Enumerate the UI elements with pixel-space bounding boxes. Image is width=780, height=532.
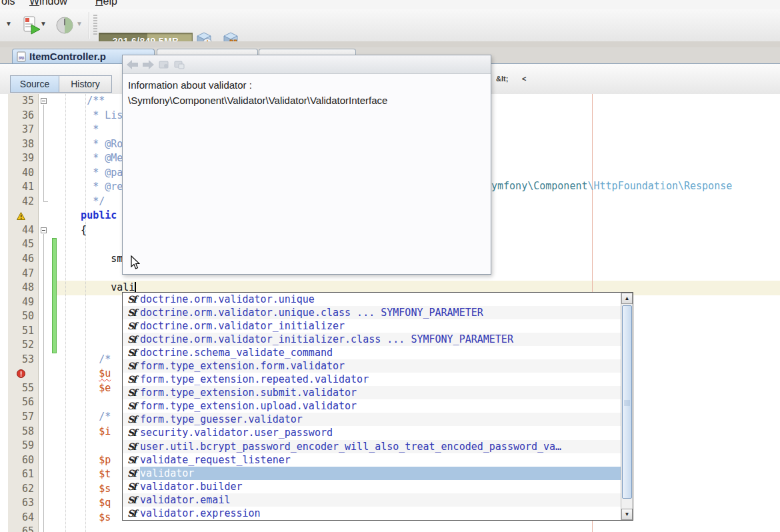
completion-item[interactable]: Sfdoctrine.orm.validator.unique.class ..… (123, 306, 621, 319)
completion-item-label: security.validator.user_password (140, 426, 621, 439)
line-number[interactable]: 49 (8, 295, 38, 310)
completion-item[interactable]: Sfdoctrine.schema_validate_command (123, 346, 621, 359)
warning-icon[interactable] (8, 209, 38, 223)
symfony-icon: Sf (123, 386, 140, 399)
error-icon[interactable] (8, 367, 38, 381)
line-number[interactable]: 45 (8, 237, 38, 252)
doc-popup: Information about validator : \Symfony\C… (122, 55, 491, 275)
scroll-thumb[interactable] (622, 305, 632, 499)
line-number[interactable]: 59 (8, 439, 38, 453)
line-number[interactable]: 61 (8, 467, 38, 482)
line-number[interactable]: 46 (8, 252, 38, 267)
menu-item-window[interactable]: Window (29, 0, 67, 7)
line-number[interactable]: 62 (8, 482, 38, 497)
completion-item-label: doctrine.schema_validate_command (140, 346, 621, 359)
menu-bar: olsWindowHelp (0, 0, 780, 9)
line-number[interactable]: 60 (8, 453, 38, 468)
symfony-icon: Sf (123, 453, 140, 467)
line-number[interactable]: 44 (8, 223, 38, 238)
line-number[interactable]: 50 (8, 309, 38, 324)
fold-toggle[interactable] (41, 98, 47, 104)
line-number[interactable]: 48 (8, 281, 38, 295)
menu-item-help[interactable]: Help (95, 0, 117, 7)
toolbar-dropdown-icon[interactable]: ▼ (5, 20, 12, 27)
completion-item-label: validate_request_listener (140, 453, 621, 467)
show-doc-icon[interactable] (159, 60, 169, 69)
code-line[interactable] (57, 525, 135, 532)
line-number[interactable]: 36 (8, 109, 38, 123)
completion-item[interactable]: Sfvalidator (123, 467, 621, 480)
line-number[interactable]: 58 (8, 425, 38, 439)
line-number[interactable]: 52 (8, 338, 38, 353)
completion-item[interactable]: Sfform.type_extension.upload.validator (123, 399, 621, 413)
symfony-icon: Sf (123, 373, 140, 386)
completion-item[interactable]: Sfdoctrine.orm.validator_initializer.cla… (123, 333, 621, 346)
completion-item[interactable]: Sfvalidator.expression (123, 507, 621, 520)
escape-chars-button[interactable]: &lt; (496, 75, 508, 83)
symfony-icon: Sf (123, 333, 140, 346)
completion-item[interactable]: Sfform.type_extension.submit.validator (123, 386, 621, 399)
completion-item[interactable]: Sfform.type_extension.repeated.validator (123, 373, 621, 386)
scroll-up-button[interactable]: ▲ (621, 293, 633, 304)
doc-popup-toolbar (123, 55, 491, 74)
lt-button[interactable]: < (522, 75, 526, 83)
symfony-icon: Sf (123, 493, 140, 507)
forward-icon[interactable] (143, 60, 154, 69)
fold-toggle[interactable] (41, 227, 47, 233)
completion-item[interactable]: Sfform.type_extension.form.validator (123, 359, 621, 373)
fold-guide-line (43, 234, 44, 532)
completion-item[interactable]: Sfvalidator.email (123, 493, 621, 507)
completion-scrollbar[interactable]: ▲ ▼ (621, 293, 633, 520)
run-file-icon[interactable] (22, 15, 42, 35)
completion-item-label: form.type_extension.repeated.validator (140, 373, 621, 386)
line-number[interactable]: 65 (8, 525, 38, 532)
completion-item-label: doctrine.orm.validator_initializer.class… (140, 333, 621, 346)
line-number[interactable]: 40 (8, 166, 38, 181)
line-number[interactable]: 42 (8, 195, 38, 209)
symfony-icon: Sf (123, 293, 140, 306)
line-number[interactable]: 63 (8, 496, 38, 511)
line-number[interactable]: 56 (8, 395, 38, 410)
profiler-gauge-icon[interactable] (55, 15, 75, 35)
menu-item-ols[interactable]: ols (1, 0, 15, 7)
external-browser-icon[interactable] (174, 60, 185, 69)
completion-item-label: doctrine.orm.validator_initializer (140, 319, 621, 333)
completion-item[interactable]: Sfvalidate_request_listener (123, 453, 621, 467)
completion-item[interactable]: Sfsecurity.validator.user_password (123, 426, 621, 439)
doc-popup-title: Information about validator : (128, 77, 485, 93)
line-number[interactable]: 38 (8, 137, 38, 152)
line-number[interactable]: 64 (8, 511, 38, 525)
completion-item[interactable]: Sfdoctrine.orm.validator_initializer (123, 319, 621, 333)
line-number[interactable]: 35 (8, 94, 38, 109)
svg-text:php: php (19, 55, 25, 59)
profiler-dropdown-icon[interactable]: ▼ (76, 20, 83, 27)
completion-item[interactable]: Sfdoctrine.orm.validator.unique (123, 293, 621, 306)
line-number[interactable]: 39 (8, 151, 38, 166)
line-number[interactable]: 41 (8, 180, 38, 195)
toolbar-separator (89, 12, 90, 39)
symfony-icon: Sf (123, 399, 140, 413)
symfony-icon: Sf (123, 306, 140, 319)
vcs-added-bar (52, 238, 57, 353)
fold-guide-line (43, 105, 44, 201)
completion-item[interactable]: Sfform.type_guesser.validator (123, 413, 621, 426)
toolbar-drag-handle[interactable] (93, 15, 97, 36)
line-number[interactable]: 55 (8, 381, 38, 396)
run-dropdown-icon[interactable]: ▼ (40, 20, 47, 27)
ide-window: olsWindowHelp ▼ ▼ ▼ 301.6/849.5MB (0, 0, 780, 532)
completion-list: Sfdoctrine.orm.validator.uniqueSfdoctrin… (123, 293, 621, 520)
line-number[interactable]: 57 (8, 410, 38, 425)
fold-end-tick (43, 201, 48, 202)
completion-item[interactable]: Sfvalidator.builder (123, 480, 621, 493)
line-number[interactable]: 47 (8, 267, 38, 281)
symfony-icon: Sf (123, 319, 140, 333)
line-number[interactable]: 51 (8, 324, 38, 339)
completion-item-label: form.type_extension.form.validator (140, 359, 621, 373)
back-icon[interactable] (127, 60, 138, 69)
source-button[interactable]: Source (10, 75, 59, 93)
line-number[interactable]: 53 (8, 353, 38, 367)
scroll-down-button[interactable]: ▼ (621, 509, 633, 520)
history-button[interactable]: History (59, 75, 112, 93)
completion-item[interactable]: Sfuser.util.bcrypt_password_encoder_will… (123, 440, 621, 453)
line-number[interactable]: 37 (8, 123, 38, 137)
